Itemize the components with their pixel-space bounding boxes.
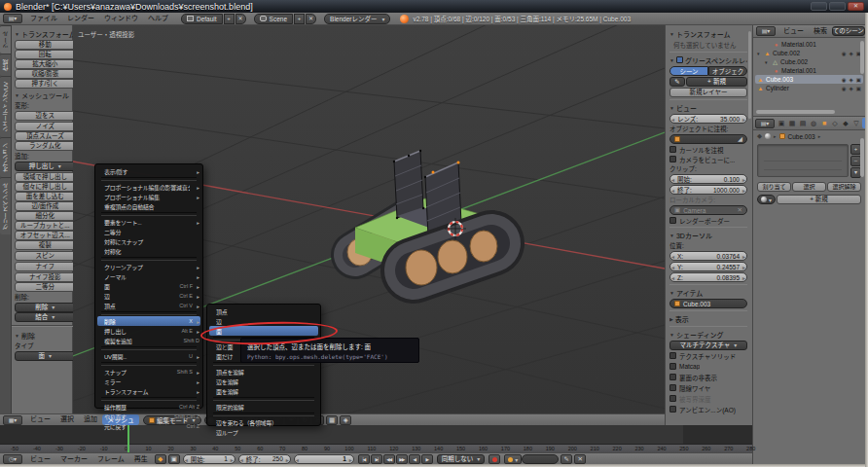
remove-dropdown[interactable]: 結合 [15, 312, 76, 322]
add-tool-button[interactable]: 複製 [15, 240, 76, 250]
properties-context-icon[interactable]: ▣ [777, 118, 786, 128]
minimize-button[interactable] [811, 2, 827, 11]
panel-header-transform[interactable]: トランスフォーム [15, 28, 76, 39]
auto-keyframe-button[interactable] [488, 454, 500, 464]
keying-set-field[interactable] [522, 454, 559, 464]
panel-header-3d-cursor[interactable]: 3Dカーソル [669, 230, 747, 240]
properties-context-icon[interactable]: ◍ [809, 118, 818, 128]
add-tool-button[interactable]: 細分化 [15, 211, 76, 221]
menu-item[interactable]: 表示/隠す [95, 166, 202, 176]
lock-cursor-checkbox[interactable] [669, 146, 676, 153]
menu-item[interactable]: 重複頂点の自動結合 [95, 201, 202, 211]
end-frame-field[interactable]: 終了:250 [238, 454, 291, 464]
outliner-scope-dropdown[interactable]: 全てのシーン [832, 26, 865, 36]
tool-shelf-tab[interactable]: 作成 [0, 54, 11, 76]
info-menu[interactable]: ウィンドウ [99, 13, 143, 24]
outliner-menu[interactable]: 検索 [809, 25, 832, 37]
outliner-row[interactable]: ▾ Cube.002 ◉◈▣ [755, 49, 863, 57]
shading-option-checkbox[interactable] [669, 384, 676, 391]
menu-item[interactable]: 辺 Ctrl E [95, 291, 202, 301]
outliner-menu[interactable]: ビュー [778, 25, 809, 37]
tool-shelf-tab[interactable]: シェーディング/UV [0, 76, 11, 137]
menu-item[interactable] [101, 212, 197, 216]
menu-item[interactable]: 二等分 [95, 227, 202, 236]
outliner-row[interactable]: ▾ Cube.002 [755, 57, 863, 66]
new-material-button[interactable]: + 新規 [777, 195, 861, 204]
render-engine-selector[interactable]: Blenderレンダー [324, 14, 390, 24]
timeline-menu[interactable]: 再生 [129, 453, 153, 465]
timeline-ruler[interactable]: -50-40-30-20-100102030405060708090100110… [0, 444, 752, 452]
menu-item[interactable]: 頂点 Ctrl V [95, 301, 202, 310]
editor-type-icon[interactable]: ▤▾ [756, 26, 776, 36]
add-tool-button[interactable]: 二等分 [15, 282, 76, 292]
panel-header-grease-pencil[interactable]: グリースペンシルレイ [669, 54, 747, 65]
shading-option-row[interactable]: テクスチャソリッド [669, 351, 747, 360]
properties-context-icon[interactable]: ■ [819, 118, 829, 128]
material-assign-button[interactable]: 選択解除 [827, 182, 861, 192]
deform-tool-button[interactable]: ランダム化 [15, 141, 76, 151]
menu-item[interactable]: 対称化 [95, 246, 202, 256]
menu-item[interactable]: プロポーショナル編集の影響減衰タイプ [95, 182, 202, 192]
new-layer-button[interactable]: 新規レイヤー [669, 88, 747, 97]
render-border-row[interactable]: レンダーボーダー [669, 216, 747, 225]
pin-icon[interactable]: ◆ [757, 132, 762, 140]
grease-source-toggle[interactable]: シーン オブジェクト [669, 66, 747, 76]
add-tool-button[interactable]: 領域で押し出し [15, 172, 76, 182]
shading-option-row[interactable]: Matcap [669, 362, 747, 371]
deform-tool-button[interactable]: 頂点スムーズ [15, 131, 76, 141]
menu-item[interactable]: ノーマル [95, 271, 202, 281]
spin-button[interactable]: スピン [15, 251, 76, 261]
shading-option-checkbox[interactable] [669, 374, 676, 380]
remove-scene-button[interactable]: ✕ [306, 14, 316, 24]
selectable-icon[interactable]: ◈ [850, 86, 853, 91]
remove-dropdown[interactable]: 削除 [15, 303, 76, 312]
selectable-icon[interactable]: ◈ [850, 77, 853, 83]
maximize-button[interactable] [829, 2, 846, 11]
preview-range-toggle[interactable]: ◆ [155, 454, 166, 464]
clip-start-slider[interactable]: 開始:0.100 [669, 174, 747, 184]
material-assign-button[interactable]: 選択 [792, 182, 826, 192]
menu-item[interactable]: トランスフォーム [95, 386, 202, 396]
menu-item[interactable]: やり直す Shift Ctrl Z [95, 412, 202, 421]
shading-option-row[interactable]: 被写界深度 [669, 394, 747, 403]
shading-option-checkbox[interactable] [669, 395, 676, 402]
play-button[interactable]: ▶ [421, 454, 433, 464]
submenu-item[interactable] [213, 413, 314, 416]
menu-item[interactable]: UV展開... U [95, 351, 202, 361]
selectable-icon[interactable]: ◈ [850, 51, 853, 56]
submenu-item[interactable]: 辺を束ねる（各領域毎） [207, 417, 320, 427]
outliner-vscrollbar[interactable] [860, 41, 864, 74]
menu-item[interactable]: 操作履歴 Ctrl Alt Z [95, 402, 202, 412]
transform-tool-button[interactable]: 回転 [15, 50, 76, 59]
screen-layout-selector[interactable]: Default + ✕ [181, 14, 246, 24]
transform-tool-button[interactable]: 押す/引く [15, 79, 76, 89]
properties-context-icon[interactable]: ◇ [830, 118, 840, 128]
cursor-y-field[interactable]: Y:0.24557 [669, 262, 747, 271]
tool-shelf-tab[interactable]: グリースペンシル [0, 177, 11, 234]
transform-tool-button[interactable]: 拡大縮小 [15, 59, 76, 69]
add-tool-button[interactable]: ナイフ投影 [15, 272, 76, 282]
cursor-x-field[interactable]: X:0.03764 [669, 251, 747, 261]
close-button[interactable]: ✕ [848, 2, 864, 11]
submenu-item[interactable]: 辺を溶解 [207, 377, 320, 386]
add-tool-button[interactable]: ループカットと... [15, 221, 76, 231]
lens-slider[interactable]: レンズ:35.000 [669, 114, 747, 124]
properties-context-icon[interactable]: ▦ [787, 118, 797, 128]
submenu-item[interactable]: 頂点を溶解 [207, 367, 320, 377]
visibility-icon[interactable]: ◉ [842, 51, 847, 56]
delete-type-dropdown[interactable]: 面 [15, 351, 76, 361]
add-scene-button[interactable]: + [294, 14, 305, 24]
eyedropper-icon[interactable]: ◢ [738, 135, 742, 143]
renderable-icon[interactable]: ▣ [856, 86, 861, 91]
material-slot-list[interactable] [757, 144, 849, 177]
lock-camera-row[interactable]: カメラをビューに... [669, 155, 747, 163]
menu-item[interactable]: 複製を追加 Shift D [95, 336, 202, 345]
grease-new-button[interactable]: +新規 [686, 77, 747, 87]
prev-keyframe-button[interactable]: ◀◀ [383, 454, 395, 464]
grease-pencil-icon-button[interactable]: ✎ [669, 77, 685, 87]
shading-option-checkbox[interactable] [669, 352, 676, 359]
shading-option-row[interactable]: 隠線ワイヤ [669, 383, 747, 392]
panel-header-meshtools[interactable]: メッシュツール [15, 90, 76, 100]
menu-item[interactable]: 押し出し Alt E [95, 326, 202, 336]
transform-tool-button[interactable]: 収縮/膨張 [15, 69, 76, 79]
